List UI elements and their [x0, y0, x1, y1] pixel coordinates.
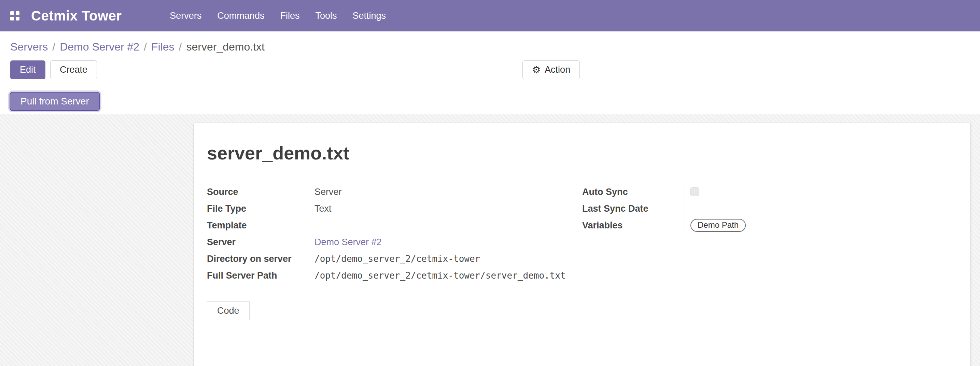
top-navbar: Cetmix Tower Servers Commands Files Tool… — [0, 0, 980, 32]
notebook-tab-bar: Code — [207, 301, 958, 320]
control-panel: Servers/Demo Server #2/Files/server_demo… — [0, 32, 980, 114]
form-sheet: server_demo.txt Source Server File Type … — [194, 123, 971, 366]
field-value-file-type: Text — [315, 203, 332, 215]
create-button[interactable]: Create — [50, 60, 97, 79]
menu-item-settings[interactable]: Settings — [345, 0, 394, 32]
button-row: Edit Create ⚙ Action — [10, 60, 980, 80]
page-title: server_demo.txt — [207, 142, 958, 164]
field-group-right: Auto Sync Last Sync Date Variables — [582, 183, 958, 284]
field-row-source: Source Server — [207, 183, 582, 200]
menu-item-files[interactable]: Files — [272, 0, 307, 32]
breadcrumb-separator: / — [179, 41, 182, 53]
field-row-template: Template — [207, 217, 582, 234]
apps-grid-dot — [10, 11, 14, 15]
action-button-label: Action — [545, 65, 570, 75]
field-label-file-type: File Type — [207, 203, 315, 215]
breadcrumb-files[interactable]: Files — [151, 41, 175, 53]
field-label-template: Template — [207, 220, 315, 231]
field-label-full-path: Full Server Path — [207, 270, 315, 281]
apps-grid-dot — [16, 11, 19, 15]
breadcrumb-separator: / — [52, 41, 55, 53]
breadcrumb-servers[interactable]: Servers — [10, 41, 48, 53]
variable-tag-demo-path: Demo Path — [690, 219, 746, 232]
field-label-auto-sync: Auto Sync — [582, 186, 685, 198]
field-label-source: Source — [207, 186, 315, 198]
last-sync-date-widget-cell — [685, 200, 690, 217]
field-row-full-path: Full Server Path /opt/demo_server_2/cetm… — [207, 267, 582, 284]
breadcrumb-demo-server[interactable]: Demo Server #2 — [60, 41, 139, 53]
breadcrumb-separator: / — [144, 41, 147, 53]
field-value-directory: /opt/demo_server_2/cetmix-tower — [315, 253, 480, 264]
tab-code[interactable]: Code — [207, 301, 250, 320]
tab-code-content — [207, 320, 958, 366]
field-row-last-sync-date: Last Sync Date — [582, 200, 958, 217]
field-value-full-path: /opt/demo_server_2/cetmix-tower/server_d… — [315, 270, 566, 281]
breadcrumb-current: server_demo.txt — [186, 41, 264, 53]
form-background: server_demo.txt Source Server File Type … — [0, 115, 980, 366]
action-button[interactable]: ⚙ Action — [522, 60, 580, 79]
menu-item-commands[interactable]: Commands — [209, 0, 272, 32]
app-brand-title[interactable]: Cetmix Tower — [31, 8, 122, 24]
menu-item-tools[interactable]: Tools — [307, 0, 345, 32]
apps-grid-dot — [10, 17, 14, 21]
field-label-last-sync-date: Last Sync Date — [582, 203, 685, 215]
breadcrumb: Servers/Demo Server #2/Files/server_demo… — [0, 32, 980, 54]
edit-button[interactable]: Edit — [10, 60, 45, 79]
main-menu: Servers Commands Files Tools Settings — [162, 0, 394, 32]
field-row-variables: Variables Demo Path — [582, 217, 958, 234]
field-groups: Source Server File Type Text Template Se… — [207, 183, 958, 284]
pull-from-server-button[interactable]: Pull from Server — [10, 92, 100, 111]
field-value-source: Server — [315, 186, 342, 198]
variables-widget-cell: Demo Path — [685, 217, 746, 234]
apps-grid-dot — [16, 17, 19, 21]
field-row-file-type: File Type Text — [207, 200, 582, 217]
menu-item-servers[interactable]: Servers — [162, 0, 209, 32]
page: Cetmix Tower Servers Commands Files Tool… — [0, 0, 980, 366]
field-value-server-link[interactable]: Demo Server #2 — [315, 236, 382, 248]
field-row-auto-sync: Auto Sync — [582, 183, 958, 200]
gear-icon: ⚙ — [532, 65, 541, 75]
field-label-directory: Directory on server — [207, 253, 315, 264]
auto-sync-checkbox[interactable] — [690, 188, 699, 196]
pull-row: Pull from Server — [10, 92, 980, 111]
field-label-variables: Variables — [582, 220, 685, 231]
field-row-server: Server Demo Server #2 — [207, 234, 582, 250]
apps-grid-icon[interactable] — [10, 11, 19, 21]
auto-sync-widget-cell — [685, 183, 699, 200]
field-row-directory: Directory on server /opt/demo_server_2/c… — [207, 250, 582, 267]
field-label-server: Server — [207, 236, 315, 248]
field-group-left: Source Server File Type Text Template Se… — [207, 183, 582, 284]
